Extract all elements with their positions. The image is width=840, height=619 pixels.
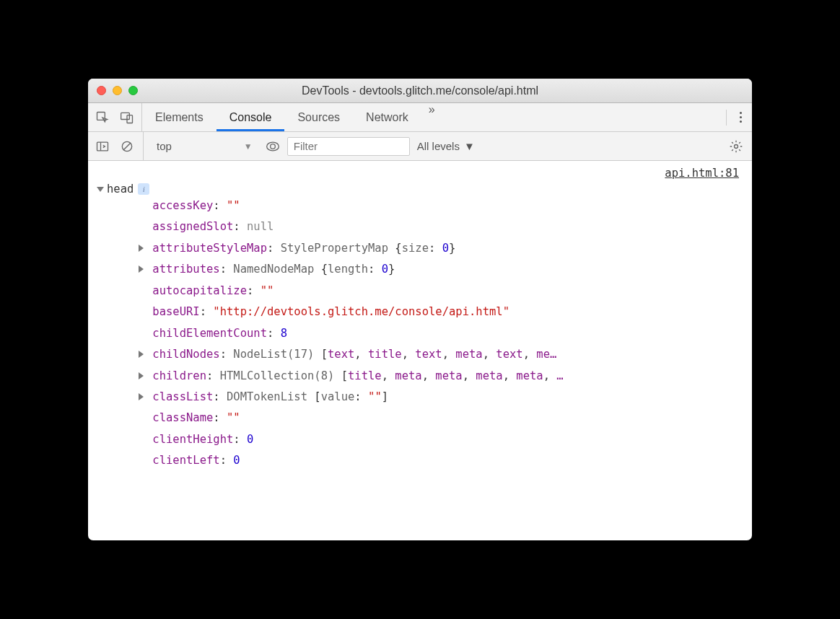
traffic-lights [88,86,138,95]
prop-childNodes[interactable]: childNodes: NodeList(17) [text, title, t… [136,344,743,365]
prop-attributeStyleMap[interactable]: attributeStyleMap: StylePropertyMap {siz… [136,238,743,259]
prop-autocapitalize[interactable]: autocapitalize: "" [136,281,743,302]
inspect-element-icon[interactable] [95,110,110,125]
expand-triangle-icon[interactable] [139,351,144,358]
object-properties: accessKey: "" assignedSlot: null attribu… [97,196,743,472]
prop-children[interactable]: children: HTMLCollection(8) [title, meta… [136,366,743,387]
live-expression-icon[interactable] [266,139,280,154]
console-settings-icon[interactable] [727,138,745,155]
prop-assignedSlot[interactable]: assignedSlot: null [136,216,743,237]
tabbar: Elements Console Sources Network » [88,103,752,132]
info-icon[interactable]: i [138,183,149,195]
expand-triangle-icon[interactable] [139,265,144,273]
clear-console-icon[interactable] [120,139,134,154]
more-options-icon[interactable] [735,109,746,126]
expand-triangle-icon[interactable] [139,372,144,379]
tab-network[interactable]: Network [353,103,421,131]
svg-rect-1 [121,113,130,119]
console-toolbar: top ▼ All levels ▼ [88,132,752,161]
tab-sources[interactable]: Sources [284,103,353,131]
prop-childElementCount[interactable]: childElementCount: 8 [136,323,743,344]
svg-point-7 [270,144,275,149]
divider [726,110,727,126]
prop-clientHeight[interactable]: clientHeight: 0 [136,429,743,450]
chevron-down-icon: ▼ [244,141,253,152]
device-toolbar-icon[interactable] [120,110,134,125]
expand-triangle-icon[interactable] [139,245,144,252]
tabbar-left-tools [88,103,142,131]
devtools-window: DevTools - devtools.glitch.me/console/ap… [88,79,752,540]
titlebar: DevTools - devtools.glitch.me/console/ap… [88,79,752,103]
prop-classList[interactable]: classList: DOMTokenList [value: ""] [136,387,743,408]
svg-line-6 [123,143,131,150]
object-name: head [107,183,134,196]
prop-attributes[interactable]: attributes: NamedNodeMap {length: 0} [136,259,743,280]
svg-point-8 [735,144,738,148]
filter-input[interactable] [287,137,410,156]
window-title: DevTools - devtools.glitch.me/console/ap… [88,84,752,97]
svg-rect-3 [97,142,108,151]
minimize-window-button[interactable] [113,86,122,95]
tabs: Elements Console Sources Network » [142,103,442,131]
collapse-triangle-icon[interactable] [97,187,104,192]
chevron-down-icon: ▼ [464,140,475,152]
prop-baseURI[interactable]: baseURI: "http://devtools.glitch.me/cons… [136,302,743,322]
tab-elements[interactable]: Elements [142,103,216,131]
prop-className[interactable]: className: "" [136,408,743,429]
tab-console[interactable]: Console [216,103,285,131]
console-output: api.html:81 head i accessKey: "" assigne… [88,161,752,540]
levels-label: All levels [417,140,460,152]
toggle-console-sidebar-icon[interactable] [95,139,110,154]
context-label: top [157,140,172,152]
prop-accessKey[interactable]: accessKey: "" [136,196,743,216]
log-levels-selector[interactable]: All levels ▼ [417,140,475,152]
close-window-button[interactable] [97,86,106,95]
execution-context-selector[interactable]: top ▼ [151,132,258,160]
object-header[interactable]: head i [97,183,743,196]
expand-triangle-icon[interactable] [139,393,144,400]
tabs-overflow-icon[interactable]: » [421,103,442,131]
prop-clientLeft[interactable]: clientLeft: 0 [136,450,743,471]
source-link[interactable]: api.html:81 [97,167,743,183]
zoom-window-button[interactable] [128,86,138,95]
